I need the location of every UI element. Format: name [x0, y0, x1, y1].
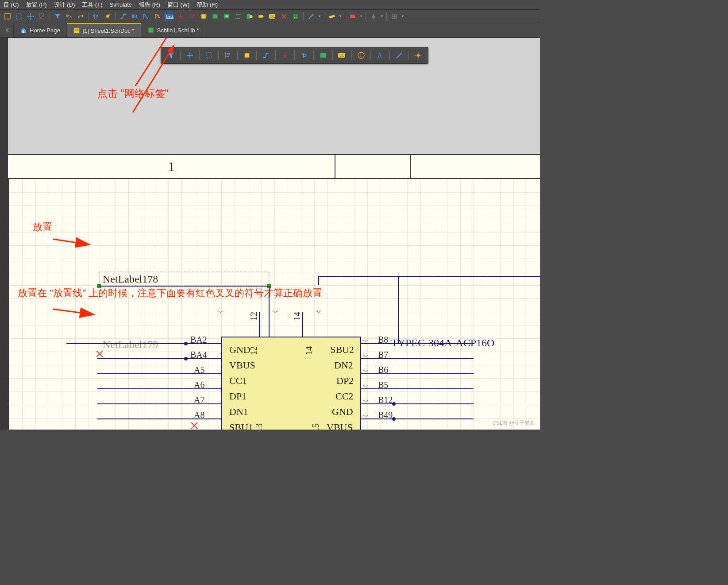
wire-icon[interactable] — [118, 12, 128, 21]
svg-text:12: 12 — [249, 312, 258, 321]
origin-icon[interactable] — [411, 49, 425, 62]
svg-text:B12: B12 — [378, 395, 393, 405]
sheet-border-cell — [335, 155, 411, 178]
svg-text:Net1: Net1 — [166, 15, 173, 19]
color-icon[interactable] — [348, 12, 358, 21]
top-pin: 12 14 — [249, 312, 303, 337]
vcc-icon[interactable]: Vcc — [187, 12, 197, 21]
line-icon[interactable] — [392, 49, 406, 62]
port-icon[interactable] — [256, 12, 266, 21]
device-sheet-icon[interactable] — [222, 12, 231, 21]
signal-gnd-icon[interactable] — [369, 12, 378, 21]
part-icon[interactable] — [199, 12, 208, 21]
menu-bar: 目 (C) 放置 (P) 设计 (D) 工具 (T) Simulate 报告 (… — [0, 0, 540, 10]
svg-text:14: 14 — [304, 346, 314, 355]
sheet-icon[interactable] — [316, 49, 330, 62]
svg-point-80 — [184, 357, 188, 360]
dropdown-icon[interactable]: ▾ — [359, 12, 363, 21]
svg-point-23 — [294, 17, 295, 18]
directive-icon[interactable]: D1 — [335, 49, 349, 62]
line-icon[interactable] — [306, 12, 316, 21]
dropdown-icon[interactable]: ▾ — [401, 12, 404, 21]
svg-rect-0 — [5, 14, 10, 19]
port-icon[interactable] — [297, 49, 311, 62]
tab-bar: Home Page [1] Sheet1.SchDoc * Schlib1.Sc… — [0, 23, 540, 38]
harness-icon[interactable] — [153, 12, 162, 21]
tab-home[interactable]: Home Page — [14, 23, 67, 37]
left-gutter[interactable] — [0, 38, 8, 430]
menu-item[interactable]: 报告 (R) — [135, 0, 164, 10]
schematic-sheet[interactable]: 1 NetLabel178 NetLabel179 — [8, 154, 540, 430]
work-area: D1 i A 1 NetLabel178 — [8, 38, 540, 430]
sheet-column-label: 1 — [8, 155, 335, 178]
svg-text:A7: A7 — [194, 395, 204, 405]
menu-item[interactable]: 窗口 (W) — [164, 0, 193, 10]
selection-rect-icon[interactable] — [14, 12, 24, 21]
sheet-entry-icon[interactable] — [245, 12, 254, 21]
menu-item[interactable]: 目 (C) — [0, 0, 23, 10]
tab-sheet[interactable]: [1] Sheet1.SchDoc * — [67, 23, 141, 37]
menu-item[interactable]: 放置 (P) — [23, 0, 50, 10]
board-icon[interactable] — [291, 12, 300, 21]
wire-icon[interactable] — [259, 49, 273, 62]
svg-text:VBUS: VBUS — [327, 422, 353, 430]
schdoc-icon — [73, 27, 80, 34]
bus-icon[interactable] — [130, 12, 139, 21]
tab-nav[interactable] — [2, 23, 14, 37]
svg-text:BA4: BA4 — [190, 350, 207, 360]
net-label-icon[interactable]: Net1 — [164, 12, 174, 21]
schlib-icon — [147, 27, 154, 34]
svg-text:GND: GND — [332, 406, 353, 417]
part-icon[interactable] — [240, 49, 254, 62]
info-icon[interactable]: i — [354, 49, 368, 62]
text-icon[interactable]: A — [373, 49, 387, 62]
component-value[interactable]: TYPEC-304A-ACP16O — [391, 337, 494, 349]
svg-text:DP2: DP2 — [336, 375, 354, 386]
svg-point-22 — [297, 15, 297, 15]
gnd-icon[interactable] — [278, 49, 292, 62]
svg-text:B7: B7 — [378, 350, 388, 360]
svg-text:15: 15 — [311, 423, 320, 430]
net-label-ghost[interactable]: NetLabel179 — [103, 339, 158, 350]
move-icon[interactable] — [26, 12, 35, 21]
tab-label: Home Page — [30, 27, 60, 34]
align-icon[interactable] — [91, 12, 101, 21]
red-x-marker — [96, 351, 103, 357]
svg-text:SBU2: SBU2 — [330, 344, 354, 355]
menu-item[interactable]: 帮助 (H) — [193, 0, 221, 10]
svg-rect-20 — [293, 14, 298, 19]
grid-icon[interactable] — [389, 12, 399, 21]
annotation-arrow-1 — [133, 46, 173, 112]
main-toolbar: Net1 Vcc D1 ▾ ▾ ▾ ▾ ▾ — [0, 10, 540, 23]
selection-icon[interactable] — [202, 49, 216, 62]
svg-rect-35 — [227, 53, 230, 54]
sheet-symbol-icon[interactable] — [210, 12, 220, 21]
redo-icon[interactable] — [76, 12, 85, 21]
highlight-icon[interactable] — [103, 12, 112, 21]
svg-rect-12 — [212, 14, 218, 19]
gnd-icon[interactable] — [176, 12, 185, 21]
toolbar-icon[interactable] — [3, 12, 12, 21]
sheet-canvas[interactable]: NetLabel178 NetLabel179 12 14 — [8, 179, 540, 430]
bus-entry-icon[interactable] — [141, 12, 151, 21]
dropdown-icon[interactable]: ▾ — [380, 12, 384, 21]
svg-text:SBU1: SBU1 — [229, 422, 253, 430]
dropdown-icon[interactable]: ▾ — [339, 12, 342, 21]
deselect-icon[interactable] — [37, 12, 47, 21]
svg-text:DN2: DN2 — [334, 360, 353, 371]
filter-icon[interactable] — [53, 12, 62, 21]
undo-icon[interactable] — [64, 12, 74, 21]
menu-item[interactable]: 设计 (D) — [50, 0, 79, 10]
menu-item[interactable]: Simulate — [106, 0, 136, 9]
menu-item[interactable]: 工具 (T) — [78, 0, 106, 10]
dropdown-icon[interactable]: ▾ — [318, 12, 321, 21]
svg-point-21 — [294, 15, 295, 15]
sync-icon[interactable] — [233, 12, 243, 21]
measure-icon[interactable] — [327, 12, 337, 21]
tab-schlib[interactable]: Schlib1.SchLib * — [141, 23, 206, 37]
no-erc-icon[interactable] — [279, 12, 289, 21]
cross-icon[interactable] — [183, 49, 197, 62]
directive-icon[interactable]: D1 — [268, 12, 277, 21]
align-left-icon[interactable] — [221, 49, 235, 62]
net-label[interactable]: NetLabel178 — [103, 273, 158, 285]
